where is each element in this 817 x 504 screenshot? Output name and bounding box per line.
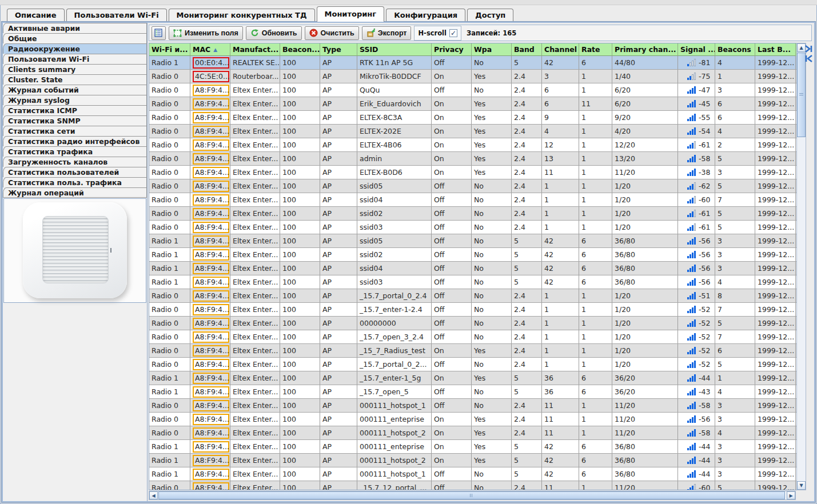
sidebar-item[interactable]: Общие	[3, 33, 147, 43]
table-row[interactable]: Radio 0A8:F9:4...Eltex Enter...100APssid…	[149, 221, 796, 234]
table-row[interactable]: Radio 1A8:F9:4...Eltex Enter...100AP_15.…	[149, 371, 796, 385]
table-row[interactable]: Radio 0A8:F9:4...Eltex Enter...100APQuQu…	[149, 83, 796, 97]
signal-value: -61	[699, 223, 710, 231]
cell-manufacturer: Eltex Enter...	[230, 358, 280, 371]
table-row[interactable]: Radio 04C:5E:0...Routerboar...100APMikro…	[149, 70, 796, 83]
tab-4[interactable]: Мониторинг	[317, 6, 385, 22]
sidebar-item[interactable]: Пользователи Wi-Fi	[3, 54, 147, 64]
table-row[interactable]: Radio 0A8:F9:4...Eltex Enter...100AP_15.…	[149, 481, 796, 490]
column-header-wpa[interactable]: Wpa	[472, 43, 512, 56]
table-row[interactable]: Radio 0A8:F9:4...Eltex Enter...100APssid…	[149, 207, 796, 221]
table-row[interactable]: Radio 0A8:F9:4...Eltex Enter...100AP0000…	[149, 317, 796, 330]
sidebar-item[interactable]: Статистика сети	[3, 126, 147, 136]
sidebar-item[interactable]: Cluster. State	[3, 74, 147, 85]
table-row[interactable]: Radio 1A8:F9:4...Eltex Enter...100AP_15.…	[149, 385, 796, 399]
table-row[interactable]: Radio 100:E0:4...REALTEK SE...100APRTK 1…	[149, 56, 796, 70]
cell-beacons: 5	[715, 207, 755, 220]
tab-3[interactable]: Мониторинг конкурентных ТД	[169, 9, 315, 22]
tab-2[interactable]: Пользователи Wi-Fi	[66, 9, 167, 22]
sidebar-item[interactable]: Журнал событий	[3, 85, 147, 95]
column-header-last[interactable]: Last B...	[755, 43, 796, 56]
collapse-right-icon[interactable]	[804, 45, 813, 53]
scroll-right-button[interactable]: ▶	[787, 491, 795, 499]
refresh-button[interactable]: Обновить	[246, 26, 302, 40]
column-header-type[interactable]: Type	[320, 43, 357, 56]
table-row[interactable]: Radio 1A8:F9:4...Eltex Enter...100AP0001…	[149, 454, 796, 467]
column-header-mac[interactable]: MAC▲	[190, 43, 230, 56]
sidebar-item[interactable]: Статистика ICMP	[3, 105, 147, 115]
tab-5[interactable]: Конфигурация	[386, 9, 465, 22]
mac-highlight-box: A8:F9:4...	[193, 373, 229, 384]
table-row[interactable]: Radio 0A8:F9:4...Eltex Enter...100APErik…	[149, 97, 796, 111]
tab-6[interactable]: Доступ	[467, 9, 513, 22]
cell-manufacturer: Eltex Enter...	[230, 303, 280, 316]
table-row[interactable]: Radio 1A8:F9:4...Eltex Enter...100APssid…	[149, 262, 796, 275]
sidebar-item[interactable]: Статистика польз. трафика	[3, 177, 147, 187]
column-header-ssid[interactable]: SSID	[357, 43, 432, 56]
table-row[interactable]: Radio 0A8:F9:4...Eltex Enter...100AP_15.…	[149, 358, 796, 371]
column-settings-button[interactable]	[152, 26, 166, 40]
table-row[interactable]: Radio 0A8:F9:4...Eltex Enter...100AP_15_…	[149, 344, 796, 358]
horizontal-scrollbar[interactable]: ◀ ▶	[149, 491, 796, 500]
table-row[interactable]: Radio 0A8:F9:4...Eltex Enter...100APssid…	[149, 193, 796, 207]
column-header-beacon[interactable]: Beacon...	[280, 43, 320, 56]
cell-rate: 6	[579, 371, 612, 385]
column-header-rate[interactable]: Rate	[579, 43, 612, 56]
table-row[interactable]: Radio 0A8:F9:4...Eltex Enter...100APELTE…	[149, 138, 796, 152]
horizontal-scrollbar-thumb[interactable]	[158, 491, 785, 499]
cell-signal: -43	[678, 385, 715, 398]
column-header-privacy[interactable]: Privacy	[432, 43, 472, 56]
table-row[interactable]: Radio 0A8:F9:4...Eltex Enter...100APssid…	[149, 179, 796, 193]
scroll-down-button[interactable]: ▼	[797, 481, 806, 490]
sidebar-item[interactable]: Статистика SNMP	[3, 115, 147, 126]
table-row[interactable]: Radio 0A8:F9:4...Eltex Enter...100AP0001…	[149, 399, 796, 413]
table-row[interactable]: Radio 0A8:F9:4...Eltex Enter...100APELTE…	[149, 111, 796, 125]
cell-beacon: 100	[280, 152, 320, 165]
cell-primary: 1/20	[612, 179, 678, 193]
table-row[interactable]: Radio 0A8:F9:4...Eltex Enter...100AP0001…	[149, 413, 796, 426]
edit-fields-button[interactable]: Изменить поля	[169, 26, 243, 40]
vertical-scrollbar[interactable]: ▲ ▼	[796, 43, 806, 490]
hscroll-checkbox[interactable]: ✓	[449, 29, 457, 37]
sidebar-item[interactable]: Активные аварии	[3, 23, 147, 33]
table-row[interactable]: Radio 0A8:F9:4...Eltex Enter...100AP_15.…	[149, 289, 796, 303]
sidebar-item[interactable]: Статистика трафика	[3, 146, 147, 157]
table-row[interactable]: Radio 0A8:F9:4...Eltex Enter...100AP_15.…	[149, 303, 796, 317]
table-row[interactable]: Radio 1A8:F9:4...Eltex Enter...100APssid…	[149, 275, 796, 289]
column-header-signal[interactable]: Signal ...	[678, 43, 715, 56]
clear-button[interactable]: Очистить	[305, 26, 359, 40]
table-row[interactable]: Radio 0A8:F9:4...Eltex Enter...100APadmi…	[149, 152, 796, 166]
table-row[interactable]: Radio 0A8:F9:4...Eltex Enter...100AP_15.…	[149, 330, 796, 344]
column-header-wifi[interactable]: Wi-Fi и...	[149, 43, 190, 56]
table-row[interactable]: Radio 0A8:F9:4...Eltex Enter...100AP0001…	[149, 426, 796, 440]
table-row[interactable]: Radio 0A8:F9:4...Eltex Enter...100APELTE…	[149, 125, 796, 138]
cell-ssid: MikroTik-B0DDCF	[357, 70, 432, 83]
column-header-manufacturer[interactable]: Manufact...	[230, 43, 280, 56]
cell-ssid: 000111_enteprise	[357, 413, 432, 426]
table-row[interactable]: Radio 1A8:F9:4...Eltex Enter...100APssid…	[149, 234, 796, 248]
column-header-beacons[interactable]: Beacons	[715, 43, 755, 56]
table-row[interactable]: Radio 0A8:F9:4...Eltex Enter...100APELTE…	[149, 166, 796, 179]
cell-ssid: ssid02	[357, 248, 432, 261]
tab-1[interactable]: Описание	[7, 9, 65, 22]
column-header-primary[interactable]: Primary chan...	[612, 43, 678, 56]
scroll-left-button[interactable]: ◀	[149, 491, 158, 499]
sidebar-item[interactable]: Радиоокружение	[3, 43, 147, 54]
collapse-left-icon[interactable]	[804, 54, 813, 63]
signal-indicator: -51	[680, 291, 710, 300]
sidebar-item[interactable]: Статистика радио интерфейсов	[3, 136, 147, 146]
table-row[interactable]: Radio 1A8:F9:4...Eltex Enter...100AP0001…	[149, 440, 796, 454]
sidebar-item[interactable]: Журнал syslog	[3, 95, 147, 105]
export-button[interactable]: Экспорт	[362, 26, 412, 40]
table-row[interactable]: Radio 1A8:F9:4...Eltex Enter...100APssid…	[149, 248, 796, 262]
sidebar-item[interactable]: Журнал операций	[3, 187, 147, 198]
cell-ssid: _15.7_enter-1-2.4	[357, 303, 432, 316]
cell-signal: -52	[678, 317, 715, 330]
sidebar-item[interactable]: Clients summary	[3, 64, 147, 74]
table-row[interactable]: Radio 1A8:F9:4...Eltex Enter...100AP0001…	[149, 467, 796, 481]
sidebar-item[interactable]: Загруженность каналов	[3, 157, 147, 167]
sidebar-item[interactable]: Статистика пользователей	[3, 167, 147, 177]
signal-value: -38	[699, 168, 710, 177]
column-header-band[interactable]: Band	[512, 43, 542, 56]
column-header-channel[interactable]: Channel	[542, 43, 579, 56]
